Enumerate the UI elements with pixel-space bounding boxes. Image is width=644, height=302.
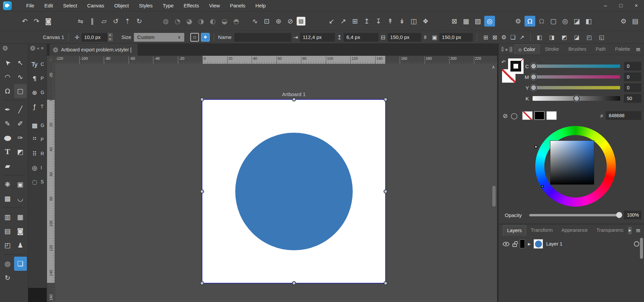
menu-item[interactable]: File: [21, 0, 39, 11]
close-panel-icon[interactable]: ×: [501, 47, 504, 52]
menu-item[interactable]: Effects: [179, 0, 204, 11]
panel-menu-icon[interactable]: ≡: [636, 227, 641, 234]
slider-knob[interactable]: [530, 74, 537, 80]
menu-item[interactable]: Styles: [134, 0, 158, 11]
close-icon[interactable]: ×: [629, 0, 644, 11]
dither-icon[interactable]: ▦: [461, 16, 472, 27]
no-fill-icon[interactable]: ⊠: [449, 16, 460, 27]
node-selection-tool[interactable]: ↖: [14, 56, 27, 70]
halftone-tool[interactable]: ▥: [1, 210, 14, 224]
draw-behind-icon[interactable]: ◧: [583, 16, 594, 27]
expand-panel-icon[interactable]: »: [505, 47, 508, 52]
opacity-slider[interactable]: [529, 214, 620, 216]
saturation-brightness-square[interactable]: [550, 141, 594, 184]
slider-knob[interactable]: [530, 63, 537, 70]
link-style-icon[interactable]: ⊛: [273, 16, 284, 27]
collapse-panel-icon[interactable]: «: [37, 46, 39, 51]
selection-handle[interactable]: [384, 97, 388, 101]
snap-tool[interactable]: Ω: [1, 84, 14, 98]
panel-menu-icon[interactable]: ≡: [41, 46, 44, 51]
text-tool[interactable]: T: [1, 145, 14, 159]
panel-tab[interactable]: ◇Path: [592, 44, 610, 54]
opacity-value[interactable]: 100%: [624, 211, 641, 219]
move-object-icon[interactable]: ⇡: [122, 16, 133, 27]
slider-value[interactable]: 0: [624, 83, 641, 92]
curvature-icon[interactable]: ∿: [250, 16, 260, 27]
hue-handle[interactable]: [541, 185, 544, 188]
import-icon[interactable]: ↙: [326, 16, 337, 27]
shear-icon[interactable]: ▱: [99, 16, 109, 27]
slider-value[interactable]: 0: [624, 62, 641, 71]
mirror-icon[interactable]: ∥: [87, 16, 98, 27]
height-input[interactable]: 150,0 px: [439, 33, 473, 42]
align-middle-icon[interactable]: ◰: [585, 33, 594, 42]
center-target-icon[interactable]: ◎: [560, 16, 571, 27]
selection-handle[interactable]: [384, 189, 388, 193]
menu-item[interactable]: Type: [158, 0, 179, 11]
panel-tab[interactable]: ◇Stroke: [541, 44, 563, 54]
align-bottom-icon[interactable]: ◱: [597, 33, 606, 42]
circle-swatch-icon[interactable]: ◯: [511, 112, 517, 119]
lasso-tool[interactable]: ∿: [14, 70, 27, 84]
white-swatch[interactable]: [546, 111, 557, 120]
panel-glyphs[interactable]: ⊛G: [28, 85, 47, 99]
hex-input[interactable]: 848688: [606, 111, 641, 120]
snap-selection-icon[interactable]: Ω: [536, 16, 547, 27]
menu-item[interactable]: Edit: [39, 0, 58, 11]
horizontal-ruler[interactable]: -120-100-80-60-40-2002040608010012014016…: [55, 56, 497, 64]
artboard[interactable]: Artboard 1: [202, 100, 385, 283]
vertical-ruler[interactable]: -20020406080100120140160: [47, 64, 55, 302]
artboard-label[interactable]: Artboard 1: [202, 91, 385, 97]
shape-trim-icon[interactable]: ◒: [219, 16, 230, 27]
artistic-pen-tool[interactable]: ✑: [14, 131, 27, 145]
shape-subtract-icon[interactable]: ◔: [172, 16, 183, 27]
fill-stroke-indicator[interactable]: ↶: [501, 58, 524, 84]
transform-frame-icon[interactable]: ⊡: [261, 16, 272, 27]
hatch-icon[interactable]: ▨: [473, 16, 483, 27]
layer-row[interactable]: ▶ Layer 1: [499, 237, 639, 251]
duplicate-artboard-icon[interactable]: ❏: [508, 33, 517, 42]
align-top-icon[interactable]: ◪: [572, 33, 581, 42]
add-artboard-icon[interactable]: ⊞: [481, 33, 490, 42]
panel-typography[interactable]: ƒT: [28, 99, 47, 114]
rotate-ccw-icon[interactable]: ↺: [110, 16, 121, 27]
preferences-icon[interactable]: ⚙: [618, 16, 629, 27]
bring-front-icon[interactable]: ↥: [361, 16, 372, 27]
panel-pattern[interactable]: ⠛P: [28, 132, 47, 146]
marquee-tool[interactable]: ▢: [14, 84, 27, 98]
panel-tab[interactable]: Transform: [527, 225, 557, 235]
close-document-icon[interactable]: ×: [53, 47, 58, 52]
align-left-icon[interactable]: ◧: [535, 33, 544, 42]
black-swatch[interactable]: [534, 111, 545, 120]
print-icon[interactable]: ▤: [630, 16, 641, 27]
snap-icon[interactable]: Ω: [525, 16, 535, 27]
panel-gradient[interactable]: ▩G: [28, 118, 47, 132]
fit-artboard-icon[interactable]: ↗: [517, 33, 527, 42]
panel-tab[interactable]: Transparenc: [592, 225, 628, 235]
redo-icon[interactable]: ↷: [31, 16, 42, 27]
brush-tool[interactable]: ▰: [1, 159, 14, 173]
step-down-icon[interactable]: ▾: [108, 37, 113, 42]
pattern-tool[interactable]: ▤: [1, 224, 14, 238]
lattice-tool[interactable]: ▦: [14, 210, 27, 224]
vertical-scrollbar[interactable]: [492, 186, 496, 207]
more-tabs-icon[interactable]: ▶: [628, 227, 632, 234]
panel-image[interactable]: ◎I: [28, 161, 47, 175]
slider-value[interactable]: 50: [624, 94, 641, 103]
menu-item[interactable]: View: [204, 0, 225, 11]
shape-builder-tool[interactable]: ◰: [1, 238, 14, 252]
align-right-icon[interactable]: ◩: [560, 33, 569, 42]
selection-handle[interactable]: [200, 281, 204, 285]
panel-raster[interactable]: ⠿R: [28, 146, 47, 161]
x-position-input[interactable]: 112,4 px: [300, 33, 335, 42]
selection-handle[interactable]: [200, 97, 204, 101]
line-tool[interactable]: ╱: [14, 102, 27, 117]
layer-color-swatch[interactable]: [520, 240, 525, 248]
flip-horizontal-icon[interactable]: ⇋: [75, 16, 86, 27]
color-blend-icon[interactable]: ◎: [484, 16, 495, 27]
size-select[interactable]: Custom ∨: [134, 33, 184, 42]
text-columns-icon[interactable]: ◫: [408, 16, 419, 27]
mesh-fan-tool[interactable]: ◡: [14, 191, 27, 206]
unlock-icon[interactable]: [512, 244, 517, 247]
export-icon[interactable]: ↗: [338, 16, 349, 27]
